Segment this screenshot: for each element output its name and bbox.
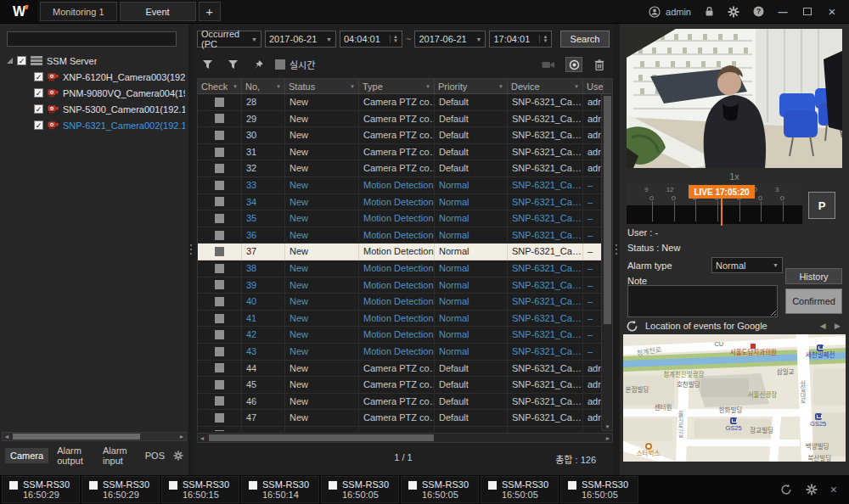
event-toast[interactable]: SSM-RS3016:50:15 [161, 476, 239, 503]
workspace-tab-event[interactable]: Event [120, 2, 196, 21]
lock-icon[interactable] [702, 5, 716, 19]
column-header-type[interactable]: Type▼ [359, 79, 435, 93]
splitter-handle-right[interactable] [614, 24, 619, 475]
event-row[interactable]: 28NewCamera PTZ co…DefaultSNP-6321_Ca…ad… [198, 94, 602, 111]
delete-trash-icon[interactable] [591, 57, 608, 72]
search-button[interactable]: Search [560, 31, 610, 48]
row-checkbox[interactable] [215, 330, 224, 339]
row-checkbox[interactable] [215, 148, 224, 157]
row-checkbox[interactable] [215, 247, 224, 256]
camera-tree-item[interactable]: ✓SNP-5300_Camera001(192.168. [3, 101, 185, 117]
tree-expander-icon[interactable] [7, 58, 13, 64]
row-checkbox[interactable] [215, 297, 224, 306]
map-pager-arrows[interactable]: ◀ ▶ [820, 322, 844, 330]
server-tree-item[interactable]: ✓ SSM Server [3, 53, 185, 69]
row-checkbox[interactable] [215, 164, 224, 173]
filter-icon[interactable] [199, 57, 216, 72]
row-checkbox[interactable] [215, 214, 224, 223]
event-toast[interactable]: SSM-RS3016:50:29 [2, 476, 80, 503]
settings-gear-icon[interactable] [727, 5, 740, 19]
row-checkbox[interactable] [215, 413, 224, 423]
tree-horizontal-scrollbar[interactable]: ◄ ► [2, 432, 187, 441]
help-icon[interactable]: ? [751, 5, 765, 19]
start-time-spinner[interactable]: 04:04:01 ▲▼ [340, 31, 402, 48]
event-row[interactable]: 41NewMotion DetectionNormalSNP-6321_Ca…– [198, 311, 602, 328]
event-row[interactable]: 36NewMotion DetectionNormalSNP-6321_Ca…– [198, 227, 602, 244]
spinner-arrows-icon[interactable]: ▲▼ [390, 35, 398, 43]
column-header-check[interactable]: Check▼ [198, 79, 242, 93]
realtime-checkbox[interactable]: 실시간 [275, 58, 315, 71]
history-button[interactable]: History [785, 268, 842, 284]
row-checkbox[interactable] [215, 347, 224, 356]
row-checkbox[interactable] [215, 396, 224, 406]
timeline-playhead[interactable] [721, 197, 722, 226]
event-row[interactable]: 40NewMotion DetectionNormalSNP-6321_Ca…– [198, 294, 602, 311]
camera-checkbox[interactable]: ✓ [34, 120, 43, 130]
event-row[interactable]: 47NewCamera PTZ co…DefaultSNP-6321_Ca…ad… [198, 410, 602, 427]
camera-tree-item[interactable]: ✓XNP-6120H_Camera003(192.16 [3, 69, 185, 85]
column-filter-icon[interactable]: ▼ [425, 84, 430, 89]
event-row[interactable]: 44NewCamera PTZ co…DefaultSNP-6321_Ca…ad… [198, 361, 602, 378]
column-filter-icon[interactable]: ▼ [574, 84, 579, 89]
event-toast[interactable]: SSM-RS3016:50:29 [82, 476, 160, 503]
end-date-select[interactable]: 2017-06-21 ▼ [414, 31, 486, 48]
event-row[interactable]: 45NewCamera PTZ co…DefaultSNP-6321_Ca…ad… [198, 377, 602, 394]
confirmed-button[interactable]: Confirmed [785, 288, 842, 314]
event-row[interactable]: 31NewCamera PTZ co…DefaultSNP-6321_Ca…ad… [198, 144, 602, 161]
user-chip[interactable]: admin [648, 5, 691, 19]
scroll-right-arrow[interactable]: ► [177, 433, 186, 440]
refresh-icon[interactable] [779, 483, 793, 496]
event-row[interactable]: 46NewCamera PTZ co…DefaultSNP-6321_Ca…ad… [198, 394, 602, 411]
column-header-status[interactable]: Status▼ [285, 79, 359, 93]
event-row[interactable]: 32NewCamera PTZ co…DefaultSNP-6321_Ca…ad… [198, 160, 602, 177]
record-view-icon[interactable] [565, 57, 582, 72]
event-toast[interactable]: SSM-RS3016:50:05 [560, 476, 638, 503]
camera-checkbox[interactable]: ✓ [34, 88, 43, 98]
column-header-use[interactable]: Use▲ [583, 79, 604, 93]
event-row[interactable]: 48NewCamera PTZ co…DefaultSNP-5300_Ca…ad… [198, 427, 602, 431]
toast-settings-gear-icon[interactable] [805, 483, 818, 496]
camera-tree-item[interactable]: ✓SNP-6321_Camera002(192.168. [3, 117, 185, 133]
event-row[interactable]: 42NewMotion DetectionNormalSNP-6321_Ca…– [198, 327, 602, 344]
minimize-button[interactable]: — [776, 5, 790, 19]
scroll-thumb[interactable] [604, 96, 611, 324]
refresh-icon[interactable] [625, 319, 638, 333]
scroll-thumb[interactable] [13, 434, 140, 440]
event-row[interactable]: 43NewMotion DetectionNormalSNP-6321_Ca…– [198, 344, 602, 361]
panel-tab-pos[interactable]: POS [140, 448, 170, 463]
row-checkbox[interactable] [215, 131, 224, 140]
event-row[interactable]: 29NewCamera PTZ co…DefaultSNP-6321_Ca…ad… [198, 111, 602, 128]
table-horizontal-scrollbar[interactable]: ◄ ► [197, 433, 613, 443]
event-row[interactable]: 38NewMotion DetectionNormalSNP-6321_Ca…– [198, 260, 602, 277]
spinner-arrows-icon[interactable]: ▲▼ [539, 35, 548, 43]
row-checkbox[interactable] [215, 314, 224, 323]
camera-checkbox[interactable]: ✓ [34, 72, 43, 81]
playback-timeline[interactable]: 91215182103 LIVE 17:05:20 [627, 183, 802, 224]
scroll-down-arrow[interactable]: ▼ [602, 424, 613, 429]
panel-tab-camera[interactable]: Camera [5, 448, 48, 463]
event-toast[interactable]: SSM-RS3016:50:05 [481, 476, 559, 503]
video-preview[interactable] [627, 29, 842, 168]
row-checkbox[interactable] [215, 280, 224, 289]
row-checkbox[interactable] [215, 264, 224, 273]
row-checkbox[interactable] [215, 363, 224, 372]
row-checkbox[interactable] [215, 197, 224, 206]
row-checkbox[interactable] [215, 181, 224, 190]
close-button[interactable]: × [825, 5, 839, 19]
table-vertical-scrollbar[interactable]: ▲ ▼ [601, 94, 612, 430]
tree-search-input[interactable] [7, 31, 177, 47]
event-toast[interactable]: SSM-RS3016:50:14 [241, 476, 319, 503]
row-checkbox[interactable] [215, 430, 224, 431]
start-date-select[interactable]: 2017-06-21 ▼ [265, 31, 336, 48]
pattern-p-button[interactable]: P [808, 192, 835, 219]
event-row[interactable]: 33NewMotion DetectionNormalSNP-6321_Ca…– [198, 177, 602, 194]
panel-tab-alarm-input[interactable]: Alarm input [98, 443, 137, 468]
row-checkbox[interactable] [215, 231, 224, 240]
pin-icon[interactable] [250, 57, 267, 72]
add-tab-button[interactable]: + [199, 2, 221, 21]
panel-tab-alarm-output[interactable]: Alarm output [52, 443, 94, 468]
event-toast[interactable]: SSM-RS3016:50:05 [401, 476, 479, 503]
server-checkbox[interactable]: ✓ [17, 56, 26, 65]
scroll-right-arrow[interactable]: ► [604, 434, 612, 442]
column-header-no[interactable]: No,▼ [242, 79, 285, 93]
